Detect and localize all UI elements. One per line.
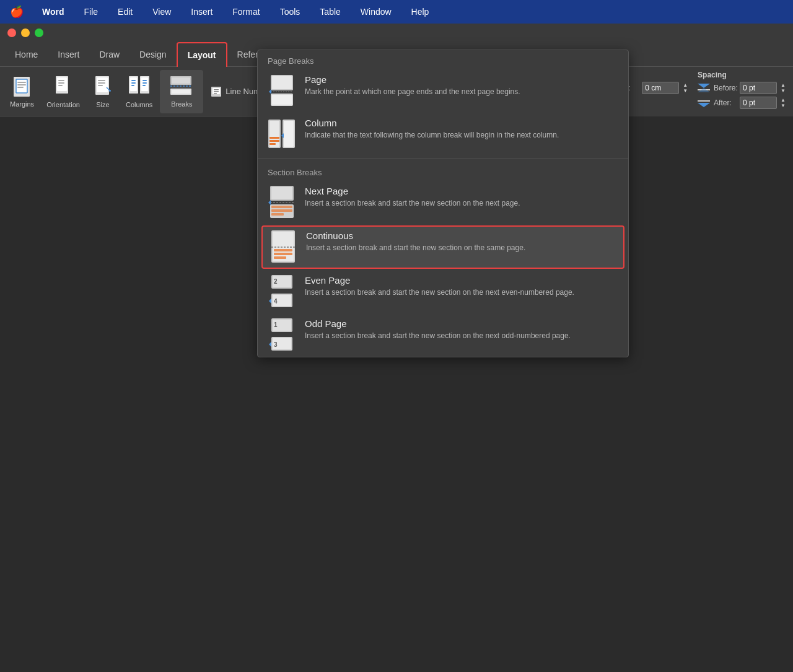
size-label: Size xyxy=(96,101,109,108)
orientation-button[interactable]: Orientation xyxy=(42,70,85,113)
break-column-item[interactable]: Column Indicate that the text following … xyxy=(258,113,628,156)
close-button[interactable] xyxy=(7,28,16,37)
svg-rect-28 xyxy=(142,85,146,86)
spacing-after-input[interactable] xyxy=(740,97,777,109)
tab-layout[interactable]: Layout xyxy=(177,42,227,67)
break-page-desc: Mark the point at which one page ends an… xyxy=(305,87,520,97)
breaks-label: Breaks xyxy=(171,100,192,108)
break-continuous-desc: Insert a section break and start the new… xyxy=(306,243,525,253)
size-icon xyxy=(94,75,112,98)
svg-text:2: 2 xyxy=(274,278,278,285)
break-next-page-item[interactable]: Next Page Insert a section break and sta… xyxy=(258,181,628,224)
menu-format[interactable]: Format xyxy=(229,6,263,18)
tab-design[interactable]: Design xyxy=(129,42,177,67)
margins-button[interactable]: Margins xyxy=(5,70,39,113)
svg-rect-8 xyxy=(17,87,24,88)
svg-rect-53 xyxy=(269,121,279,147)
maximize-button[interactable] xyxy=(35,28,43,37)
spacing-before-label: Before: xyxy=(714,84,736,92)
menu-tools[interactable]: Tools xyxy=(276,6,304,18)
break-continuous-text: Continuous Insert a section break and st… xyxy=(306,230,525,253)
svg-rect-37 xyxy=(214,91,219,92)
svg-rect-12 xyxy=(58,82,64,84)
break-odd-page-title: Odd Page xyxy=(305,318,571,329)
svg-text:4: 4 xyxy=(274,298,278,305)
break-next-page-desc: Insert a section break and start the new… xyxy=(305,198,520,209)
spacing-before-icon xyxy=(698,84,710,92)
section-breaks-section-label: Section Breaks xyxy=(258,162,628,181)
margins-icon xyxy=(12,76,32,98)
spacing-title: Spacing xyxy=(698,71,786,79)
spacing-after-spinner[interactable]: ▲ ▼ xyxy=(781,98,786,108)
minimize-button[interactable] xyxy=(21,28,30,37)
columns-icon xyxy=(128,75,151,98)
break-even-page-item[interactable]: 2 4 Even Page Insert a section break and… xyxy=(258,270,628,313)
columns-button[interactable]: Columns xyxy=(121,70,157,113)
svg-rect-20 xyxy=(130,77,137,91)
svg-rect-21 xyxy=(131,80,136,81)
svg-marker-87 xyxy=(269,342,271,347)
svg-rect-72 xyxy=(274,253,292,255)
svg-rect-27 xyxy=(142,82,147,84)
svg-rect-71 xyxy=(274,249,292,251)
spacing-before-spinner[interactable]: ▲ ▼ xyxy=(781,83,786,94)
breaks-icon xyxy=(169,75,194,98)
menu-file[interactable]: File xyxy=(81,6,102,18)
svg-rect-1 xyxy=(16,79,27,93)
tab-insert[interactable]: Insert xyxy=(48,42,89,67)
size-button[interactable]: Size xyxy=(87,70,118,113)
svg-rect-36 xyxy=(214,89,219,90)
svg-rect-10 xyxy=(57,77,67,91)
break-continuous-item[interactable]: Continuous Insert a section break and st… xyxy=(261,225,624,269)
svg-rect-56 xyxy=(269,143,276,145)
menu-table[interactable]: Table xyxy=(316,6,344,18)
break-odd-page-item[interactable]: 1 3 Odd Page Insert a section break and … xyxy=(258,313,628,357)
svg-rect-55 xyxy=(269,140,279,142)
breaks-button[interactable]: Breaks xyxy=(160,70,203,113)
break-next-page-text: Next Page Insert a section break and sta… xyxy=(305,186,520,209)
svg-rect-30 xyxy=(172,77,190,84)
svg-rect-64 xyxy=(271,206,292,208)
indent-left-input[interactable] xyxy=(642,82,679,94)
svg-marker-80 xyxy=(269,299,271,303)
svg-rect-17 xyxy=(98,82,105,84)
break-continuous-title: Continuous xyxy=(306,230,525,241)
spacing-after-label: After: xyxy=(714,98,736,107)
apple-icon[interactable]: 🍎 xyxy=(10,5,24,19)
orientation-icon xyxy=(53,75,73,98)
svg-rect-47 xyxy=(272,76,292,89)
svg-rect-22 xyxy=(131,82,136,84)
break-column-text: Column Indicate that the text following … xyxy=(305,118,559,141)
svg-rect-7 xyxy=(17,84,26,85)
svg-rect-54 xyxy=(269,137,279,139)
svg-rect-65 xyxy=(271,209,292,212)
break-next-page-title: Next Page xyxy=(305,186,520,196)
break-page-icon xyxy=(268,74,296,108)
tab-draw[interactable]: Draw xyxy=(89,42,129,67)
spacing-before-input[interactable] xyxy=(740,82,777,94)
svg-rect-26 xyxy=(142,80,147,81)
menu-edit[interactable]: Edit xyxy=(114,6,136,18)
line-numbers-icon xyxy=(211,85,223,98)
menu-word[interactable]: Word xyxy=(38,6,68,18)
svg-rect-44 xyxy=(698,100,710,102)
break-column-desc: Indicate that the text following the col… xyxy=(305,130,559,141)
menu-view[interactable]: View xyxy=(149,6,175,18)
svg-marker-45 xyxy=(698,103,710,107)
indent-left-spinner[interactable]: ▲ ▼ xyxy=(683,83,688,94)
menu-window[interactable]: Window xyxy=(357,6,395,18)
svg-rect-16 xyxy=(98,80,105,81)
menu-help[interactable]: Help xyxy=(408,6,433,18)
orientation-label: Orientation xyxy=(46,101,80,108)
svg-rect-13 xyxy=(58,85,63,86)
break-page-item[interactable]: Page Mark the point at which one page en… xyxy=(258,69,628,113)
svg-rect-66 xyxy=(271,213,284,216)
tab-home[interactable]: Home xyxy=(5,42,48,67)
svg-rect-6 xyxy=(17,82,26,83)
svg-rect-33 xyxy=(172,90,190,94)
break-page-text: Page Mark the point at which one page en… xyxy=(305,74,520,97)
menu-insert[interactable]: Insert xyxy=(187,6,216,18)
break-even-page-text: Even Page Insert a section break and sta… xyxy=(305,275,574,298)
breaks-dropdown: Page Breaks Page Mark the point at which… xyxy=(257,50,629,357)
page-breaks-section-label: Page Breaks xyxy=(258,50,628,69)
